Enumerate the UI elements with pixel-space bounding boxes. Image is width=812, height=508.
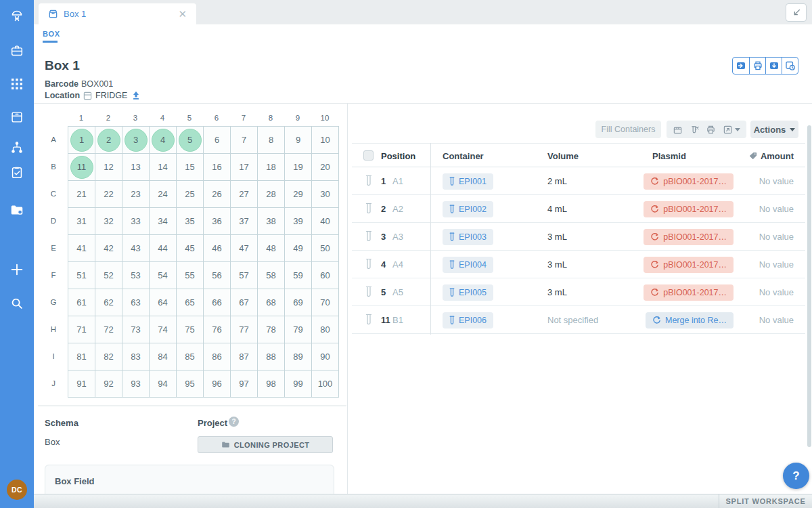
project-help-icon[interactable]: ? [229,417,239,427]
grid-cell[interactable]: 10 [312,127,339,154]
grid-cell[interactable]: 82 [95,343,122,371]
grid-cell[interactable]: 25 [177,181,204,208]
grid-cell[interactable]: 53 [122,262,150,289]
grid-cell[interactable]: 73 [122,316,150,343]
projects-folder-icon[interactable] [0,203,34,217]
archive-box-icon[interactable] [673,125,683,135]
grid-cell[interactable]: 52 [95,262,122,289]
grid-cell[interactable]: 23 [122,181,150,208]
select-all-checkbox[interactable] [363,150,374,161]
grid-cell[interactable]: 69 [285,289,312,316]
grid-cell[interactable]: 79 [285,316,312,343]
grid-cell[interactable]: 100 [312,371,339,398]
container-disc[interactable]: 3 [125,129,148,152]
grid-cell[interactable]: 57 [231,262,258,289]
grid-cell[interactable]: 74 [150,316,177,343]
grid-cell-filled[interactable]: 5 [177,127,204,154]
plasmid-chip[interactable]: Merge into Re… [646,312,734,329]
grid-cell-filled[interactable]: 4 [150,127,177,154]
collapse-workspace-button[interactable] [786,3,807,22]
column-header-plasmid[interactable]: Plasmid [652,144,686,168]
grid-cell[interactable]: 9 [285,127,312,154]
table-row[interactable]: 4 A4 EPI004 3 mL pBIO001-2017… No value [352,251,805,278]
grid-cell[interactable]: 84 [150,343,177,371]
grid-cell[interactable]: 16 [204,154,231,181]
grid-cell[interactable]: 88 [258,343,285,371]
grid-cell[interactable]: 64 [150,289,177,316]
inventory-box-icon[interactable] [0,110,34,125]
fill-containers-button[interactable]: Fill Containers [595,121,661,138]
tab-close-icon[interactable]: ✕ [175,7,189,20]
plasmid-chip[interactable]: pBIO001-2017… [644,229,734,245]
grid-cell[interactable]: 76 [204,316,231,343]
grid-cell[interactable]: 35 [177,208,204,235]
grid-cell[interactable]: 70 [312,289,339,316]
grid-cell[interactable]: 6 [204,127,231,154]
grid-cell[interactable]: 32 [95,208,122,235]
split-workspace-button[interactable]: SPLIT WORKSPACE [719,494,812,508]
plasmid-chip[interactable]: pBIO001-2017… [644,173,734,190]
plasmid-chip[interactable]: pBIO001-2017… [644,257,734,273]
tasks-clipboard-icon[interactable] [0,165,34,180]
grid-cell[interactable]: 15 [177,154,204,181]
grid-cell[interactable]: 18 [258,154,285,181]
grid-cell[interactable]: 75 [177,316,204,343]
grid-cell[interactable]: 31 [68,208,95,235]
column-header-volume[interactable]: Volume [547,144,579,168]
grid-cell[interactable]: 50 [312,235,339,262]
history-button[interactable] [782,58,798,74]
grid-cell[interactable]: 48 [258,235,285,262]
grid-cell[interactable]: 65 [177,289,204,316]
grid-cell[interactable]: 78 [258,316,285,343]
container-chip[interactable]: EPI001 [443,173,493,190]
grid-cell[interactable]: 14 [150,154,177,181]
export-icon[interactable] [723,125,740,135]
grid-cell[interactable]: 59 [285,262,312,289]
grid-cell[interactable]: 98 [258,371,285,398]
grid-cell[interactable]: 62 [95,289,122,316]
column-header-amount[interactable]: Amount [749,144,794,168]
grid-cell[interactable]: 19 [285,154,312,181]
table-row[interactable]: 11 B1 EPI006 Not specified Merge into Re… [352,306,805,334]
scrollbar[interactable] [807,125,811,447]
container-disc[interactable]: 1 [70,129,93,152]
grid-cell-filled[interactable]: 11 [68,154,95,181]
grid-cell-filled[interactable]: 3 [122,127,150,154]
grid-cell[interactable]: 92 [95,371,122,398]
grid-cell[interactable]: 56 [204,262,231,289]
grid-cell[interactable]: 55 [177,262,204,289]
column-header-container[interactable]: Container [443,144,484,168]
grid-cell[interactable]: 22 [95,181,122,208]
grid-cell[interactable]: 83 [122,343,150,371]
table-row[interactable]: 5 A5 EPI005 3 mL pBIO001-2017… No value [352,278,805,306]
grid-cell[interactable]: 24 [150,181,177,208]
grid-cell[interactable]: 20 [312,154,339,181]
grid-cell[interactable]: 17 [231,154,258,181]
grid-cell[interactable]: 28 [258,181,285,208]
grid-cell[interactable]: 21 [68,181,95,208]
grid-cell[interactable]: 13 [122,154,150,181]
grid-cell[interactable]: 54 [150,262,177,289]
create-plus-icon[interactable] [0,262,34,277]
download-button[interactable] [765,58,782,74]
grid-cell[interactable]: 80 [312,316,339,343]
assign-location-icon[interactable] [131,91,141,100]
grid-cell[interactable]: 97 [231,371,258,398]
workflow-tree-icon[interactable] [0,140,34,155]
grid-cell-filled[interactable]: 2 [95,127,122,154]
print-button[interactable] [749,58,765,74]
container-disc[interactable]: 11 [70,156,93,179]
grid-cell[interactable]: 39 [285,208,312,235]
grid-cell[interactable]: 72 [95,316,122,343]
grid-cell[interactable]: 67 [231,289,258,316]
table-row[interactable]: 1 A1 EPI001 2 mL pBIO001-2017… No value [352,167,805,195]
benchtop-briefcase-icon[interactable] [0,43,34,58]
container-chip[interactable]: EPI002 [443,201,493,217]
benchling-logo-icon[interactable] [0,9,34,25]
grid-cell[interactable]: 38 [258,208,285,235]
grid-cell[interactable]: 68 [258,289,285,316]
grid-cell[interactable]: 46 [204,235,231,262]
grid-cell[interactable]: 40 [312,208,339,235]
plasmid-chip[interactable]: pBIO001-2017… [644,201,734,217]
container-chip[interactable]: EPI003 [443,229,493,245]
